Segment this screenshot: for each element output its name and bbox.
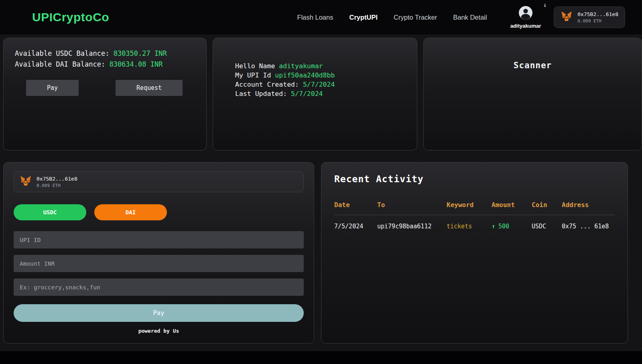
wallet-balance: 0.009 ETH (577, 18, 618, 24)
wallet-address: 0x75B2...61e8 (577, 11, 618, 17)
header-wallet-chip[interactable]: 0x75B2...61e8 0.009 ETH (554, 6, 625, 28)
updated-line: Last Updated: 5/7/2024 (235, 89, 417, 98)
upi-id-input[interactable] (14, 231, 304, 248)
recent-activity-title: Recent Activity (334, 174, 615, 184)
cell-keyword: tickets (447, 215, 492, 236)
usdc-balance-line: Available USDC Balance: 830350.27 INR (15, 48, 195, 59)
amount-input[interactable] (14, 255, 304, 272)
dai-balance-line: Available DAI Balance: 830634.08 INR (15, 59, 195, 70)
dai-coin-button[interactable]: DAI (94, 204, 167, 220)
account-info-card: Hello Name adityakumar My UPI Id upif50a… (213, 38, 417, 150)
scanner-title: Scanner (514, 61, 552, 150)
activity-table: Date To Keyword Amount Coin Address 7/5/… (334, 197, 615, 236)
col-to: To (377, 197, 447, 215)
user-menu[interactable]: ↓ adityakumar (510, 6, 541, 29)
footer-bar (0, 351, 642, 364)
activity-table-row: 7/5/2024 upi79c98baa6112 tickets ↑500 US… (334, 215, 615, 236)
username-label: adityakumar (510, 23, 541, 29)
recent-activity-card: Recent Activity Date To Keyword Amount C… (321, 162, 628, 344)
metamask-icon (20, 175, 32, 189)
app-logo[interactable]: UPICryptoCo (32, 10, 109, 24)
account-created-date: 5/7/2024 (303, 81, 335, 88)
cell-address: 0x75 ... 61e8 (562, 215, 615, 236)
account-updated-date: 5/7/2024 (291, 90, 323, 98)
usdc-balance-value: 830350.27 INR (114, 49, 167, 57)
scanner-card: Scanner (423, 38, 642, 150)
cell-amount: ↑500 (492, 215, 532, 236)
nav-bank-detail[interactable]: Bank Detail (453, 14, 487, 21)
powered-by-label: powered by Us (14, 328, 304, 334)
dropdown-arrow-icon: ↓ (543, 2, 547, 8)
col-keyword: Keyword (447, 197, 492, 215)
cell-to: upi79c98baa6112 (377, 215, 447, 236)
avatar-icon (518, 6, 533, 22)
up-arrow-icon: ↑ (492, 223, 495, 230)
usdc-coin-button[interactable]: USDC (14, 204, 86, 220)
pay-button[interactable]: Pay (26, 80, 79, 96)
account-upi-id: upif50aa240d8bb (275, 71, 335, 79)
main-nav: Flash Loans CryptUPI Crypto Tracker Bank… (297, 14, 487, 21)
top-cards-row: Available USDC Balance: 830350.27 INR Av… (3, 38, 642, 150)
keyword-input[interactable] (14, 279, 304, 296)
header: UPICryptoCo Flash Loans CryptUPI Crypto … (0, 0, 642, 35)
submit-pay-button[interactable]: Pay (14, 304, 304, 322)
col-coin: Coin (532, 197, 562, 215)
nav-crypto-tracker[interactable]: Crypto Tracker (394, 14, 437, 21)
col-date: Date (334, 197, 377, 215)
request-button[interactable]: Request (116, 80, 183, 96)
col-address: Address (562, 197, 615, 215)
bottom-cards-row: 0x75B2...61e8 0.009 ETH USDC DAI Pay pow… (3, 162, 642, 344)
wallet-balance: 0.009 ETH (37, 183, 77, 188)
nav-flash-loans[interactable]: Flash Loans (297, 14, 333, 21)
metamask-icon (561, 10, 573, 24)
hello-line: Hello Name adityakumar (235, 61, 417, 71)
activity-header-row: Date To Keyword Amount Coin Address (334, 197, 615, 215)
balances-card: Available USDC Balance: 830350.27 INR Av… (3, 38, 207, 150)
cell-coin: USDC (532, 215, 562, 236)
upi-id-line: My UPI Id upif50aa240d8bb (235, 71, 417, 80)
payment-card: 0x75B2...61e8 0.009 ETH USDC DAI Pay pow… (3, 162, 314, 344)
created-line: Account Created: 5/7/2024 (235, 80, 417, 89)
dai-balance-value: 830634.08 INR (109, 60, 163, 68)
cell-date: 7/5/2024 (334, 215, 377, 236)
account-name: adityakumar (279, 62, 323, 70)
nav-cryptupi[interactable]: CryptUPI (349, 14, 378, 21)
payment-wallet-chip[interactable]: 0x75B2...61e8 0.009 ETH (14, 171, 304, 192)
wallet-address: 0x75B2...61e8 (37, 176, 77, 182)
col-amount: Amount (492, 197, 532, 215)
